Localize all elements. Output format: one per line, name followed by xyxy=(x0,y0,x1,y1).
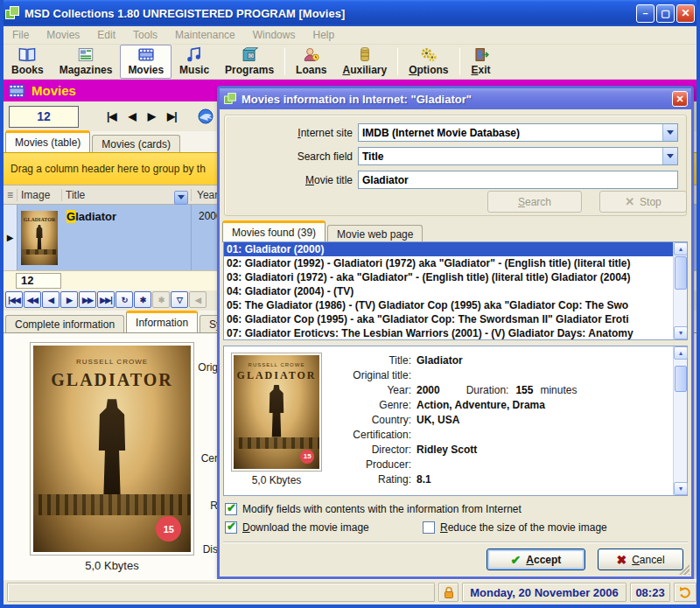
navigator-button[interactable]: ◀◀ xyxy=(24,291,41,308)
navigator-button[interactable]: ◀ xyxy=(189,291,206,308)
panel-title: Movies xyxy=(32,83,76,98)
internet-site-select[interactable]: IMDB (Internet Movie Database) xyxy=(358,123,678,142)
movie-title-label: Movie title xyxy=(305,174,353,186)
navigator-button[interactable]: ◀ xyxy=(42,291,60,308)
status-bar: Monday, 20 November 2006 08:23 xyxy=(4,579,696,605)
record-nav-button[interactable]: ▶| xyxy=(167,110,177,122)
sync-panel xyxy=(674,583,696,602)
book-icon xyxy=(17,46,38,63)
maximize-button[interactable]: ▢ xyxy=(656,4,675,23)
movie-details-panel: RUSSELL CROWE GLADIATOR 15 5,0 Kbytes Ti… xyxy=(223,346,688,496)
toolbar-separator xyxy=(459,48,460,75)
status-time: 08:23 xyxy=(630,583,670,602)
exit-button[interactable]: Exit xyxy=(463,45,500,79)
movie-title-input[interactable]: Gladiator xyxy=(358,171,678,189)
record-nav-button[interactable]: ▶ xyxy=(148,110,155,122)
info-tab[interactable]: Complete information xyxy=(5,315,124,334)
minimize-button[interactable]: – xyxy=(636,4,654,23)
field-label-partial: Cer xyxy=(157,452,218,465)
menu-item[interactable]: Tools xyxy=(124,27,166,43)
dialog-separator xyxy=(223,542,688,543)
row-menu-icon[interactable]: ≡ xyxy=(4,189,18,201)
view-tab[interactable]: Movies (table) xyxy=(5,130,90,152)
poster-size-caption: 5,0 Kbytes xyxy=(30,559,194,572)
column-header-title[interactable]: Title xyxy=(61,189,191,201)
menu-item[interactable]: File xyxy=(4,27,38,43)
options-button[interactable]: Options xyxy=(401,45,456,79)
books-button[interactable]: Books xyxy=(4,45,52,79)
app-icon xyxy=(5,6,19,20)
scroll-down-icon[interactable]: ▾ xyxy=(674,482,688,495)
detail-row: Original title: xyxy=(327,368,670,383)
result-item[interactable]: 04: Gladiator (2004) - (TV) xyxy=(224,284,674,298)
field-label-partial: R xyxy=(157,500,218,512)
navigator-button[interactable]: ✱ xyxy=(134,291,151,308)
software-box-icon xyxy=(239,46,260,63)
navigator-button[interactable]: ✱ xyxy=(152,291,170,308)
result-item[interactable]: 07: Gladiator Eroticvs: The Lesbian Warr… xyxy=(224,326,674,340)
navigator-button[interactable]: ▽ xyxy=(171,291,188,308)
chevron-down-icon[interactable] xyxy=(662,148,677,164)
internet-search-icon[interactable] xyxy=(196,108,215,125)
menu-item[interactable]: Windows xyxy=(244,27,304,43)
dialog-title: Movies information in Internet: "Gladiat… xyxy=(242,93,668,106)
dialog-icon xyxy=(224,93,236,105)
scroll-up-icon[interactable]: ▴ xyxy=(674,346,688,360)
menu-item[interactable]: Help xyxy=(304,27,343,43)
menu-item[interactable]: Movies xyxy=(38,27,88,43)
barrel-icon xyxy=(354,46,375,63)
dialog-close-button[interactable]: ✕ xyxy=(672,91,688,107)
column-header-image[interactable]: Image xyxy=(18,189,61,201)
scroll-thumb[interactable] xyxy=(675,256,687,290)
result-item[interactable]: 03: Gladiatori (1972) - aka "Gladiator" … xyxy=(224,270,674,284)
result-item[interactable]: 05: The Gladiator (1986) - (TV) Gladiato… xyxy=(224,298,674,312)
dialog-poster-frame: RUSSELL CROWE GLADIATOR 15 xyxy=(231,353,322,472)
music-button[interactable]: Music xyxy=(172,45,217,79)
result-item[interactable]: 06: Gladiator Cop (1995) - aka "Gladiato… xyxy=(224,312,674,326)
menu-item[interactable]: Edit xyxy=(88,27,124,43)
column-filter-button[interactable] xyxy=(174,191,188,205)
scroll-down-icon[interactable]: ▾ xyxy=(674,326,688,339)
result-item[interactable]: 02: Gladiator (1992) - Gladiatori (1972)… xyxy=(224,256,674,270)
scroll-up-icon[interactable]: ▴ xyxy=(674,242,688,255)
detail-row: Country:UK, USA xyxy=(327,413,670,428)
search-button[interactable]: Search xyxy=(487,191,582,213)
navigator-button[interactable]: |◀◀ xyxy=(5,291,23,308)
gladiator-poster-medium: RUSSELL CROWE GLADIATOR 15 xyxy=(234,355,319,469)
navigator-button[interactable]: ↻ xyxy=(116,291,133,308)
cancel-button[interactable]: ✖Cancel xyxy=(598,549,683,570)
navigator-button[interactable]: ▶ xyxy=(60,291,78,308)
stop-button[interactable]: ✕Stop xyxy=(599,191,687,213)
detail-row: Rating:8.1 xyxy=(327,472,670,487)
detail-row: Genre:Action, Adventure, Drama xyxy=(327,398,670,413)
gladiator-poster-small: GLADIATOR xyxy=(21,211,58,265)
programs-button[interactable]: Programs xyxy=(217,45,282,79)
menu-item[interactable]: Maintenance xyxy=(166,27,244,43)
movies-button[interactable]: Movies xyxy=(120,45,172,79)
accept-button[interactable]: ✔Accept xyxy=(486,549,585,570)
modify-fields-checkbox[interactable] xyxy=(225,503,237,515)
result-item[interactable]: 01: Gladiator (2000) xyxy=(224,242,674,256)
record-nav-button[interactable]: ◀ xyxy=(129,110,136,122)
scroll-thumb[interactable] xyxy=(675,366,687,392)
download-image-checkbox[interactable] xyxy=(225,521,237,534)
chevron-down-icon[interactable] xyxy=(662,124,677,141)
record-nav-button[interactable]: |◀ xyxy=(107,110,116,122)
close-button[interactable]: ✕ xyxy=(676,4,695,23)
gladiator-poster-large: RUSSELL CROWE GLADIATOR 15 xyxy=(33,346,191,552)
loans-button[interactable]: Loans xyxy=(288,45,334,79)
list-scrollbar[interactable]: ▴ ▾ xyxy=(673,242,687,339)
reduce-image-checkbox[interactable] xyxy=(423,521,435,534)
magazines-button[interactable]: Magazines xyxy=(52,45,121,79)
view-tab[interactable]: Movies (cards) xyxy=(92,135,180,154)
detail-row: Producer: xyxy=(327,458,670,472)
search-field-select[interactable]: Title xyxy=(358,147,678,165)
navigator-button[interactable]: ▶▶| xyxy=(97,291,115,308)
info-tab[interactable]: Information xyxy=(126,311,198,332)
movie-poster-frame: RUSSELL CROWE GLADIATOR 15 xyxy=(30,342,194,556)
details-scrollbar[interactable]: ▴ ▾ xyxy=(673,346,687,495)
dialog-title-bar: Movies information in Internet: "Gladiat… xyxy=(220,88,691,109)
auxiliary-button[interactable]: Auxiliary xyxy=(334,45,395,79)
dialog-tab[interactable]: Movies found (39) xyxy=(222,220,326,242)
navigator-button[interactable]: ▶▶ xyxy=(79,291,96,308)
